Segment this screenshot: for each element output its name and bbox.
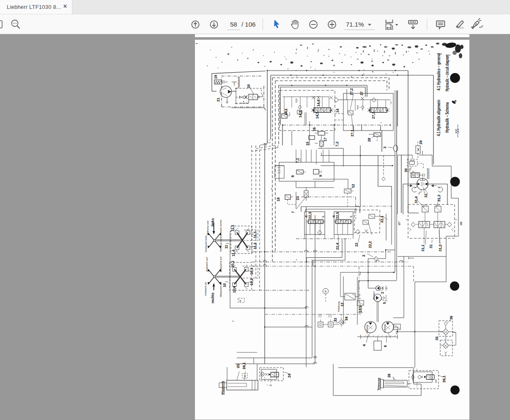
svg-text:Drehwerk rechts: Drehwerk rechts xyxy=(219,220,222,239)
svg-text:26: 26 xyxy=(387,374,391,378)
svg-text:22,1: 22,1 xyxy=(380,216,384,223)
svg-text:rechts: rechts xyxy=(211,292,215,303)
svg-text:3: 3 xyxy=(383,147,387,149)
svg-text:14: 14 xyxy=(335,109,340,113)
svg-text:L: L xyxy=(349,215,352,218)
svg-text:16: 16 xyxy=(312,127,316,131)
svg-text:10,4: 10,4 xyxy=(232,286,236,293)
svg-text:Wippwerk ab: Wippwerk ab xyxy=(219,282,222,297)
svg-text:25: 25 xyxy=(236,364,240,368)
svg-text:32: 32 xyxy=(424,194,428,198)
svg-text:24,1: 24,1 xyxy=(242,363,246,370)
svg-text:27,2: 27,2 xyxy=(349,88,354,95)
svg-text:7,1: 7,1 xyxy=(295,158,299,163)
svg-text:R: R xyxy=(312,109,315,112)
svg-text:22,2: 22,2 xyxy=(368,241,372,248)
svg-text:26,1: 26,1 xyxy=(442,376,446,383)
svg-text:10: 10 xyxy=(222,283,227,287)
svg-text:/ 106: / 106 xyxy=(241,21,255,28)
svg-text:31,1: 31,1 xyxy=(421,245,425,252)
svg-text:11,1: 11,1 xyxy=(230,225,235,232)
svg-text:11,2: 11,2 xyxy=(253,243,257,249)
svg-text:4.1 Hydraulik allgemein: 4.1 Hydraulik allgemein xyxy=(436,100,441,136)
svg-text:L: L xyxy=(385,109,388,112)
svg-text:4.1 Hydraulics – general: 4.1 Hydraulics – general xyxy=(436,53,441,90)
svg-text:Riemen: Riemen xyxy=(373,292,375,300)
svg-text:Hydraulik – Schema: Hydraulik – Schema xyxy=(445,102,450,133)
svg-text:24: 24 xyxy=(287,374,291,378)
svg-text:11,4: 11,4 xyxy=(231,250,236,256)
svg-text:Drehwerk: Drehwerk xyxy=(426,168,429,180)
svg-text:b: b xyxy=(325,290,326,293)
svg-text:R: R xyxy=(368,109,371,112)
svg-text:28: 28 xyxy=(367,138,371,142)
svg-text:22: 22 xyxy=(354,243,359,247)
svg-text:36: 36 xyxy=(449,316,453,320)
svg-text:R: R xyxy=(332,215,335,218)
svg-text:13,1: 13,1 xyxy=(358,306,362,313)
svg-text:17: 17 xyxy=(323,137,327,142)
svg-text:Telestop ein: Telestop ein xyxy=(219,238,222,252)
svg-text:27,3: 27,3 xyxy=(371,112,376,119)
svg-text:M7: M7 xyxy=(398,221,401,225)
svg-text:Getriebe: Getriebe xyxy=(384,324,386,333)
svg-text:Hubwerk auf: Hubwerk auf xyxy=(206,257,208,272)
svg-text:Telescop: Telescop xyxy=(377,378,381,390)
svg-text:71.1%: 71.1% xyxy=(346,21,364,28)
svg-text:22,4: 22,4 xyxy=(335,243,340,250)
svg-text:27,1: 27,1 xyxy=(350,130,354,137)
svg-text:4: 4 xyxy=(362,344,366,346)
svg-text:7,2: 7,2 xyxy=(335,142,339,147)
svg-text:Wippwerk: Wippwerk xyxy=(221,381,225,395)
svg-text:30: 30 xyxy=(404,168,408,172)
svg-text:31,2: 31,2 xyxy=(438,245,442,252)
svg-text:Ablüftung: Ablüftung xyxy=(337,302,340,312)
svg-text:7: 7 xyxy=(291,211,295,213)
svg-text:35: 35 xyxy=(435,336,439,341)
svg-text:Hubwerk: Hubwerk xyxy=(237,76,240,88)
svg-text:L: L xyxy=(329,109,332,112)
svg-text:15: 15 xyxy=(305,142,310,146)
svg-text:31,4: 31,4 xyxy=(414,196,418,204)
svg-text:—55—: —55— xyxy=(455,125,460,138)
svg-text:58: 58 xyxy=(230,21,237,28)
svg-text:23: 23 xyxy=(296,196,300,200)
svg-text:5: 5 xyxy=(382,302,387,304)
svg-text:R: R xyxy=(305,215,308,218)
svg-text:1: 1 xyxy=(380,292,384,294)
svg-text:14,3: 14,3 xyxy=(315,112,319,119)
svg-text:9: 9 xyxy=(318,175,323,177)
svg-text:Drehwerk links: Drehwerk links xyxy=(205,236,207,252)
svg-text:21: 21 xyxy=(216,98,220,102)
svg-text:Telestop aus: Telestop aus xyxy=(206,221,209,235)
svg-text:L: L xyxy=(321,215,324,218)
svg-text:31,3: 31,3 xyxy=(437,195,441,202)
svg-text:14,1: 14,1 xyxy=(284,109,288,116)
svg-text:22,3: 22,3 xyxy=(308,212,312,219)
svg-text:29: 29 xyxy=(419,140,423,145)
svg-text:M6: M6 xyxy=(460,221,463,225)
svg-text:11: 11 xyxy=(224,245,228,249)
svg-text:10,3: 10,3 xyxy=(250,268,254,275)
svg-text:13: 13 xyxy=(340,303,344,307)
svg-text:Hydraulic – circuit diagram: Hydraulic – circuit diagram xyxy=(445,55,450,91)
svg-text:8: 8 xyxy=(291,175,295,177)
svg-text:Hubwerk ab: Hubwerk ab xyxy=(204,282,207,296)
svg-text:14,4: 14,4 xyxy=(316,100,321,107)
svg-text:6: 6 xyxy=(383,345,387,347)
svg-text:2: 2 xyxy=(362,255,366,257)
svg-text:27: 27 xyxy=(359,91,364,95)
svg-text:18: 18 xyxy=(276,197,280,202)
svg-text:31: 31 xyxy=(429,244,433,248)
svg-text:Getriebe: Getriebe xyxy=(366,325,368,334)
svg-text:20: 20 xyxy=(247,84,251,88)
svg-text:19: 19 xyxy=(214,75,218,79)
svg-text:a: a xyxy=(239,300,241,302)
svg-text:links: links xyxy=(211,218,215,226)
svg-text:33: 33 xyxy=(333,318,337,322)
svg-text:34: 34 xyxy=(344,316,348,321)
svg-text:11,3: 11,3 xyxy=(253,232,257,238)
svg-text:Wippwerk auf: Wippwerk auf xyxy=(219,257,222,273)
svg-text:22,5: 22,5 xyxy=(335,212,340,219)
